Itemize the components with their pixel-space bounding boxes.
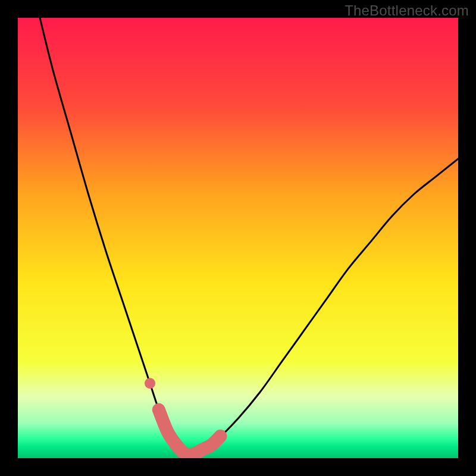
bottleneck-curve	[40, 18, 458, 455]
plot-area	[18, 18, 458, 458]
highlight-segment	[159, 410, 221, 455]
highlight-dot	[145, 378, 155, 389]
curve-layer	[18, 18, 458, 458]
watermark-text: TheBottleneck.com	[345, 2, 469, 19]
chart-frame: TheBottleneck.com	[0, 0, 476, 476]
